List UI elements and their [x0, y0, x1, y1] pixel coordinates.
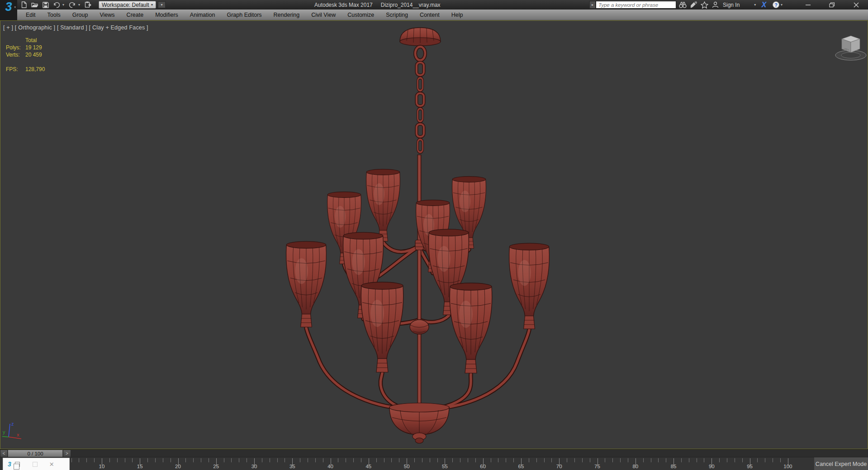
ruler-tick — [475, 458, 476, 462]
menu-item-graph-editors[interactable]: Graph Editors — [221, 10, 267, 20]
project-folder-icon[interactable] — [83, 1, 93, 9]
ruler-tick — [201, 458, 201, 462]
ruler-tick — [689, 458, 689, 462]
ruler-tick — [239, 458, 239, 462]
viewcube[interactable]: LEFT FRONT — [832, 32, 868, 66]
ruler-label-55: 55 — [442, 464, 448, 469]
ruler-label-100: 100 — [783, 464, 792, 469]
ruler-tick — [681, 458, 682, 462]
ruler-tick — [147, 458, 148, 462]
bottom-left-mini-panel: 3 ✕ — [3, 458, 70, 470]
save-file-icon[interactable] — [41, 1, 50, 9]
close-icon[interactable]: ✕ — [49, 461, 54, 468]
restore-button[interactable] — [825, 1, 839, 9]
minimize-button[interactable] — [802, 1, 815, 9]
ruler-tick — [422, 458, 422, 462]
ruler-tick — [666, 458, 666, 462]
infocenter-icons: Sign In ▾ X ? ▾ — [678, 0, 784, 10]
ruler-tick — [399, 458, 399, 462]
app-title: Autodesk 3ds Max 2017 — [314, 2, 373, 8]
ruler-tick — [277, 458, 278, 462]
ruler-tick — [742, 458, 743, 462]
menu-item-edit[interactable]: Edit — [20, 10, 42, 20]
new-scene-icon[interactable] — [19, 1, 28, 9]
ruler-label-30: 30 — [251, 464, 257, 469]
menu-item-create[interactable]: Create — [121, 10, 150, 20]
favorites-star-icon[interactable] — [700, 1, 708, 9]
chevron-down-icon: ▾ — [151, 3, 153, 7]
open-file-icon[interactable] — [30, 1, 39, 9]
close-button[interactable] — [849, 1, 863, 9]
next-frame-button[interactable]: > — [63, 450, 71, 457]
ruler-tick — [391, 458, 392, 462]
ruler-tick — [171, 458, 171, 462]
undo-dropdown-icon[interactable]: ▾ — [62, 3, 66, 7]
stats-header: Total — [25, 37, 37, 43]
ruler-tick — [735, 458, 735, 462]
ruler-tick — [780, 458, 781, 462]
menu-bar: EditToolsGroupViewsCreateModifiersAnimat… — [0, 10, 868, 20]
max-taskbar-icon[interactable]: 3 — [8, 460, 11, 468]
menu-item-scripting[interactable]: Scripting — [380, 10, 414, 20]
app-logo[interactable]: 3 ▾ — [0, 0, 17, 20]
viewport-label[interactable]: [ + ] [ Orthographic ] [ Standard ] [ Cl… — [3, 24, 148, 31]
ruler-tick — [300, 458, 300, 462]
layers-icon[interactable] — [15, 462, 20, 467]
ruler-label-90: 90 — [709, 464, 715, 469]
menu-item-customize[interactable]: Customize — [342, 10, 380, 20]
ruler-tick — [338, 458, 338, 462]
sign-in-button[interactable]: Sign In — [723, 2, 740, 8]
help-icon[interactable]: ? — [773, 1, 779, 8]
viewport[interactable]: [ + ] [ Orthographic ] [ Standard ] [ Cl… — [0, 20, 868, 449]
ruler-label-95: 95 — [747, 464, 753, 469]
window-controls — [796, 0, 868, 10]
ruler-tick — [437, 458, 438, 462]
x-axis-label: x — [17, 432, 19, 437]
menu-item-rendering[interactable]: Rendering — [268, 10, 306, 20]
redo-dropdown-icon[interactable]: ▾ — [78, 3, 82, 7]
menu-item-content[interactable]: Content — [414, 10, 446, 20]
ruler-tick — [658, 458, 659, 462]
ruler-tick — [247, 458, 247, 462]
ruler-tick — [697, 458, 697, 462]
time-slider-track[interactable]: < 0 / 100 > — [0, 449, 868, 457]
ruler-tick — [323, 458, 323, 462]
ruler-label-85: 85 — [671, 464, 677, 469]
ruler-tick — [117, 458, 118, 462]
toolbar-overflow-button[interactable]: ▾ — [158, 1, 166, 8]
ruler-label-25: 25 — [213, 464, 219, 469]
ruler-tick — [155, 458, 156, 462]
undo-icon[interactable] — [52, 1, 61, 9]
menu-item-modifiers[interactable]: Modifiers — [149, 10, 184, 20]
previous-frame-button[interactable]: < — [0, 450, 8, 457]
window-title: Autodesk 3ds Max 2017 Dizipro_2014__vray… — [314, 0, 441, 10]
ruler-tick — [163, 458, 163, 462]
stats-verts: Verts:20 459 — [6, 52, 42, 58]
ruler-tick — [529, 458, 529, 462]
time-slider-handle[interactable]: 0 / 100 — [8, 450, 63, 457]
user-avatar-icon[interactable] — [711, 1, 719, 9]
ruler-tick — [376, 458, 377, 462]
communication-center-icon[interactable] — [689, 1, 697, 9]
ruler-label-35: 35 — [289, 464, 295, 469]
search-binoculars-icon[interactable] — [678, 1, 687, 9]
cancel-expert-mode-button[interactable]: Cancel Expert Mode — [814, 457, 868, 470]
3dsmax-logo-icon: 3 — [5, 0, 12, 14]
menu-item-help[interactable]: Help — [446, 10, 469, 20]
redo-icon[interactable] — [67, 1, 77, 9]
search-input[interactable] — [596, 1, 676, 9]
chandelier-model[interactable] — [275, 24, 565, 447]
sign-in-dropdown-icon[interactable]: ▾ — [754, 3, 756, 7]
menu-item-group[interactable]: Group — [66, 10, 94, 20]
menu-item-civil-view[interactable]: Civil View — [305, 10, 342, 20]
menu-item-tools[interactable]: Tools — [42, 10, 66, 20]
search-history-icon[interactable]: ▸ — [589, 1, 596, 9]
ruler-tick — [498, 458, 498, 462]
menu-item-views[interactable]: Views — [94, 10, 120, 20]
workspace-selector[interactable]: Workspace: Default ▾ — [99, 1, 156, 9]
help-dropdown-icon[interactable]: ▾ — [781, 3, 784, 7]
ruler-tick — [79, 458, 79, 462]
autodesk-exchange-icon[interactable]: X — [761, 1, 766, 9]
timeline-ruler[interactable]: 3 ✕ Cancel Expert Mode 10152025303540455… — [0, 457, 868, 470]
menu-item-animation[interactable]: Animation — [184, 10, 221, 20]
